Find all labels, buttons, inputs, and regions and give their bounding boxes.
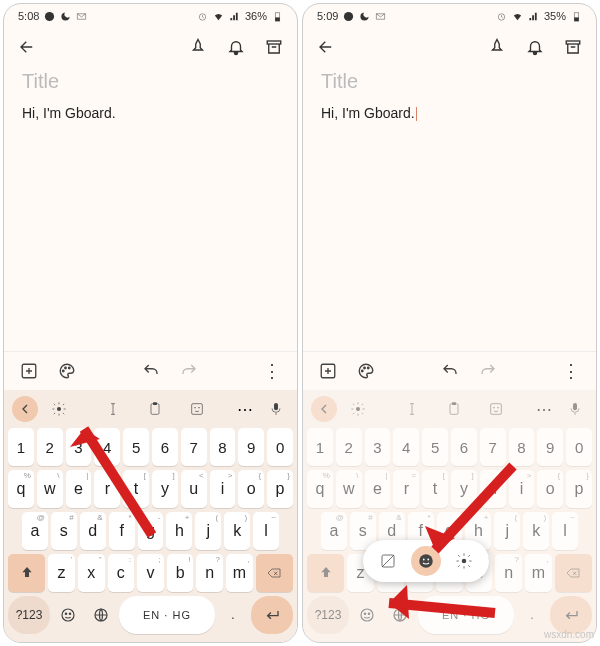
key-7[interactable]: 7 (480, 428, 506, 466)
gear-icon[interactable] (46, 396, 72, 422)
emoji-key[interactable] (53, 596, 83, 634)
key-k[interactable]: k) (523, 512, 549, 550)
note-editor[interactable]: Title Hi, I'm Gboard. (303, 64, 596, 351)
key-0[interactable]: 0 (566, 428, 592, 466)
key-6[interactable]: 6 (152, 428, 178, 466)
key-8[interactable]: 8 (210, 428, 236, 466)
key-r[interactable]: r= (393, 470, 419, 508)
symbols-key[interactable]: ?123 (8, 596, 50, 634)
language-key[interactable] (86, 596, 116, 634)
key-3[interactable]: 3 (365, 428, 391, 466)
emoji-key[interactable] (352, 596, 382, 634)
key-l[interactable]: l~ (552, 512, 578, 550)
reminder-icon[interactable] (526, 38, 544, 56)
key-w[interactable]: w\ (37, 470, 63, 508)
key-m[interactable]: m, (525, 554, 552, 592)
undo-icon[interactable] (142, 362, 160, 380)
key-3[interactable]: 3 (66, 428, 92, 466)
sticker-icon[interactable] (488, 401, 504, 417)
period-key[interactable]: . (517, 596, 547, 634)
key-9[interactable]: 9 (537, 428, 563, 466)
note-body[interactable]: Hi, I'm Gboard. (22, 105, 279, 121)
undo-icon[interactable] (441, 362, 459, 380)
clipboard-icon[interactable] (446, 401, 462, 417)
key-k[interactable]: k) (224, 512, 250, 550)
note-body[interactable]: Hi, I'm Gboard. (321, 105, 578, 121)
key-p[interactable]: p} (267, 470, 293, 508)
redo-icon[interactable] (479, 362, 497, 380)
note-editor[interactable]: Title Hi, I'm Gboard. (4, 64, 297, 351)
back-icon[interactable] (18, 38, 36, 56)
archive-icon[interactable] (564, 38, 582, 56)
key-y[interactable]: y] (451, 470, 477, 508)
key-o[interactable]: o{ (537, 470, 563, 508)
key-5[interactable]: 5 (123, 428, 149, 466)
clipboard-icon[interactable] (147, 401, 163, 417)
sticker-icon[interactable] (189, 401, 205, 417)
text-cursor-icon[interactable] (105, 401, 121, 417)
key-g[interactable]: g- (138, 512, 164, 550)
key-6[interactable]: 6 (451, 428, 477, 466)
key-e[interactable]: e| (66, 470, 92, 508)
add-box-icon[interactable] (20, 362, 38, 380)
key-t[interactable]: t[ (123, 470, 149, 508)
chevron-left-icon[interactable] (311, 396, 337, 422)
key-n[interactable]: n? (495, 554, 522, 592)
popup-gear-icon[interactable] (449, 546, 479, 576)
title-placeholder[interactable]: Title (22, 70, 279, 93)
backspace-key[interactable] (555, 554, 592, 592)
key-e[interactable]: e| (365, 470, 391, 508)
key-a[interactable]: a@ (22, 512, 48, 550)
key-v[interactable]: v; (137, 554, 164, 592)
key-c[interactable]: c: (108, 554, 135, 592)
key-n[interactable]: n? (196, 554, 223, 592)
reminder-icon[interactable] (227, 38, 245, 56)
key-m[interactable]: m, (226, 554, 253, 592)
key-s[interactable]: s# (51, 512, 77, 550)
key-h[interactable]: h+ (166, 512, 192, 550)
key-2[interactable]: 2 (37, 428, 63, 466)
key-i[interactable]: i> (509, 470, 535, 508)
language-key[interactable] (385, 596, 415, 634)
chevron-left-icon[interactable] (12, 396, 38, 422)
key-f[interactable]: f* (109, 512, 135, 550)
key-q[interactable]: q% (8, 470, 34, 508)
symbols-key[interactable]: ?123 (307, 596, 349, 634)
back-icon[interactable] (317, 38, 335, 56)
key-l[interactable]: l~ (253, 512, 279, 550)
title-placeholder[interactable]: Title (321, 70, 578, 93)
key-1[interactable]: 1 (307, 428, 333, 466)
key-5[interactable]: 5 (422, 428, 448, 466)
key-j[interactable]: j( (494, 512, 520, 550)
archive-icon[interactable] (265, 38, 283, 56)
key-q[interactable]: q% (307, 470, 333, 508)
popup-emoji-icon[interactable] (411, 546, 441, 576)
shift-key[interactable] (307, 554, 344, 592)
key-4[interactable]: 4 (94, 428, 120, 466)
key-u[interactable]: u< (480, 470, 506, 508)
period-key[interactable]: . (218, 596, 248, 634)
text-cursor-icon[interactable] (404, 401, 420, 417)
key-b[interactable]: b! (167, 554, 194, 592)
key-x[interactable]: x" (78, 554, 105, 592)
popup-expand-icon[interactable] (373, 546, 403, 576)
more-dots-icon[interactable]: ⋯ (237, 400, 255, 419)
key-7[interactable]: 7 (181, 428, 207, 466)
key-1[interactable]: 1 (8, 428, 34, 466)
redo-icon[interactable] (180, 362, 198, 380)
add-box-icon[interactable] (319, 362, 337, 380)
key-z[interactable]: z' (48, 554, 75, 592)
pin-icon[interactable] (488, 38, 506, 56)
key-w[interactable]: w\ (336, 470, 362, 508)
key-i[interactable]: i> (210, 470, 236, 508)
key-p[interactable]: p} (566, 470, 592, 508)
key-t[interactable]: t[ (422, 470, 448, 508)
mic-icon[interactable] (562, 396, 588, 422)
enter-key[interactable] (251, 596, 293, 634)
key-a[interactable]: a@ (321, 512, 347, 550)
more-icon[interactable]: ⋮ (562, 360, 580, 382)
shift-key[interactable] (8, 554, 45, 592)
palette-icon[interactable] (357, 362, 375, 380)
mic-icon[interactable] (263, 396, 289, 422)
gear-icon[interactable] (345, 396, 371, 422)
